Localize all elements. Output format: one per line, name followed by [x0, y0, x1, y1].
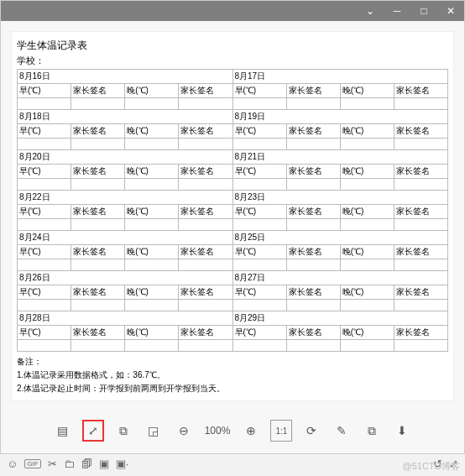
- header-cell: 晚(℃): [125, 285, 179, 300]
- gif-icon[interactable]: GIF: [24, 459, 40, 468]
- header-cell: 家长签名: [179, 205, 232, 219]
- image-viewer-window: ⌄ ─ □ ✕ 学生体温记录表 学校： 8月16日8月17日早(℃)家长签名晚(…: [0, 0, 465, 454]
- history-icon[interactable]: 🗐: [81, 458, 92, 470]
- doc-school-label: 学校：: [17, 55, 448, 69]
- viewer-titlebar: ⌄ ─ □ ✕: [1, 1, 464, 21]
- maximize-button[interactable]: □: [410, 5, 437, 17]
- doc-notes: 备注： 1.体温记录采用数据格式，如：36.7℃。 2.体温记录起止时间：开学报…: [17, 352, 448, 395]
- header-cell: 晚(℃): [340, 84, 394, 98]
- value-cell: [125, 219, 179, 231]
- header-cell: 家长签名: [394, 205, 447, 219]
- header-cell: 早(℃): [232, 245, 286, 259]
- value-cell: [18, 219, 71, 231]
- header-cell: 早(℃): [232, 84, 286, 98]
- header-cell: 早(℃): [232, 124, 286, 139]
- value-cell: [232, 219, 286, 231]
- date-cell: 8月19日: [232, 110, 448, 124]
- value-cell: [232, 98, 286, 110]
- image-icon[interactable]: ▣: [99, 458, 109, 470]
- expand-icon[interactable]: ⤢: [82, 420, 104, 442]
- watermark: @51CTO博客: [403, 460, 460, 473]
- header-cell: 早(℃): [18, 124, 71, 139]
- header-cell: 早(℃): [232, 165, 286, 179]
- value-cell: [232, 259, 286, 271]
- date-cell: 8月28日: [18, 311, 233, 326]
- close-button[interactable]: ✕: [437, 5, 464, 17]
- header-cell: 晚(℃): [340, 124, 394, 139]
- download-icon[interactable]: ⬇: [391, 420, 413, 442]
- copy-icon[interactable]: ⧉: [112, 420, 134, 442]
- header-cell: 家长签名: [179, 165, 232, 179]
- notes-line-2: 2.体温记录起止时间：开学报到前两周到开学报到当天。: [17, 382, 448, 395]
- zoom-in-icon[interactable]: ⊕: [240, 420, 262, 442]
- header-cell: 家长签名: [394, 165, 447, 179]
- value-cell: [340, 300, 394, 311]
- rotate-icon[interactable]: ⟳: [300, 420, 322, 442]
- value-cell: [71, 98, 125, 110]
- header-cell: 早(℃): [18, 326, 71, 340]
- value-cell: [179, 259, 232, 271]
- edit-icon[interactable]: ✎: [331, 420, 353, 442]
- value-cell: [18, 300, 71, 311]
- header-cell: 晚(℃): [340, 285, 394, 300]
- folder-icon[interactable]: 🗀: [64, 458, 75, 470]
- value-cell: [340, 259, 394, 271]
- titlebar-dropdown-icon[interactable]: ⌄: [357, 5, 384, 17]
- value-cell: [286, 300, 340, 311]
- header-cell: 晚(℃): [125, 245, 179, 259]
- header-cell: 家长签名: [71, 165, 125, 179]
- value-cell: [394, 139, 447, 150]
- value-cell: [286, 139, 340, 150]
- header-cell: 家长签名: [179, 84, 232, 98]
- header-cell: 晚(℃): [125, 124, 179, 139]
- notes-line-1: 1.体温记录采用数据格式，如：36.7℃。: [17, 369, 448, 382]
- minimize-button[interactable]: ─: [384, 5, 410, 17]
- value-cell: [179, 219, 232, 231]
- header-cell: 晚(℃): [340, 205, 394, 219]
- header-cell: 家长签名: [179, 285, 232, 300]
- zoom-percent[interactable]: 100%: [203, 420, 232, 442]
- header-cell: 家长签名: [286, 124, 340, 139]
- value-cell: [18, 259, 71, 271]
- header-cell: 家长签名: [179, 326, 232, 340]
- header-cell: 早(℃): [18, 245, 71, 259]
- fit-icon[interactable]: 1:1: [270, 420, 292, 442]
- value-cell: [18, 340, 71, 352]
- date-cell: 8月26日: [18, 271, 233, 285]
- value-cell: [232, 340, 286, 352]
- value-cell: [71, 179, 125, 191]
- date-cell: 8月18日: [18, 110, 233, 124]
- doc-title: 学生体温记录表: [17, 37, 448, 55]
- value-cell: [340, 179, 394, 191]
- grid-view-icon[interactable]: ▤: [52, 420, 74, 442]
- header-cell: 早(℃): [232, 205, 286, 219]
- header-cell: 家长签名: [71, 245, 125, 259]
- header-cell: 家长签名: [286, 205, 340, 219]
- value-cell: [179, 340, 232, 352]
- value-cell: [394, 179, 447, 191]
- header-cell: 家长签名: [71, 124, 125, 139]
- header-cell: 家长签名: [286, 245, 340, 259]
- header-cell: 晚(℃): [125, 205, 179, 219]
- value-cell: [286, 340, 340, 352]
- header-cell: 家长签名: [394, 285, 447, 300]
- scissors-icon[interactable]: ✂: [48, 458, 57, 470]
- emoji-icon[interactable]: ☺: [7, 458, 18, 470]
- value-cell: [394, 340, 447, 352]
- header-cell: 晚(℃): [125, 84, 179, 98]
- crop2-icon[interactable]: ⧉: [361, 420, 383, 442]
- header-cell: 家长签名: [71, 326, 125, 340]
- header-cell: 家长签名: [179, 124, 232, 139]
- capture-icon[interactable]: ▣·: [116, 458, 129, 470]
- header-cell: 家长签名: [394, 84, 447, 98]
- zoom-out-icon[interactable]: ⊖: [173, 420, 195, 442]
- header-cell: 晚(℃): [340, 326, 394, 340]
- header-cell: 早(℃): [232, 326, 286, 340]
- crop-icon[interactable]: ◲: [143, 420, 165, 442]
- chat-toolbar: ☺ GIF ✂ 🗀 🗐 ▣ ▣· ↺ ⤢: [0, 454, 465, 473]
- value-cell: [286, 219, 340, 231]
- value-cell: [125, 179, 179, 191]
- date-cell: 8月21日: [232, 150, 448, 165]
- value-cell: [179, 139, 232, 150]
- value-cell: [125, 300, 179, 311]
